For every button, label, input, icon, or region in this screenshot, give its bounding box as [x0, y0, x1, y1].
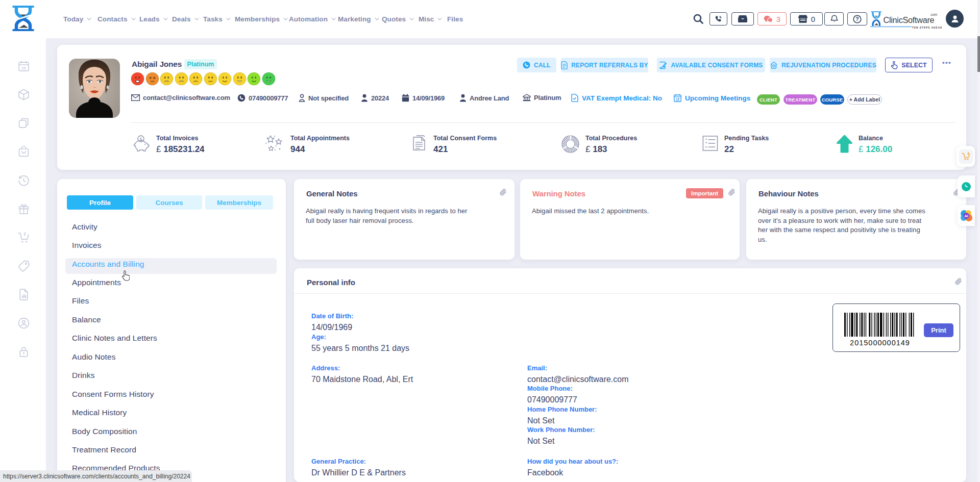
svg-text:12: 12: [676, 97, 680, 101]
svg-text:?: ?: [855, 16, 859, 22]
svg-text:.com: .com: [930, 13, 937, 16]
svg-text:TEN STEPS AHEAD: TEN STEPS AHEAD: [912, 27, 942, 29]
svg-text:ClinicSoftware: ClinicSoftware: [884, 15, 935, 24]
svg-text:12: 12: [21, 66, 26, 70]
svg-text:*: *: [705, 140, 707, 146]
svg-text:AI: AI: [964, 213, 968, 218]
